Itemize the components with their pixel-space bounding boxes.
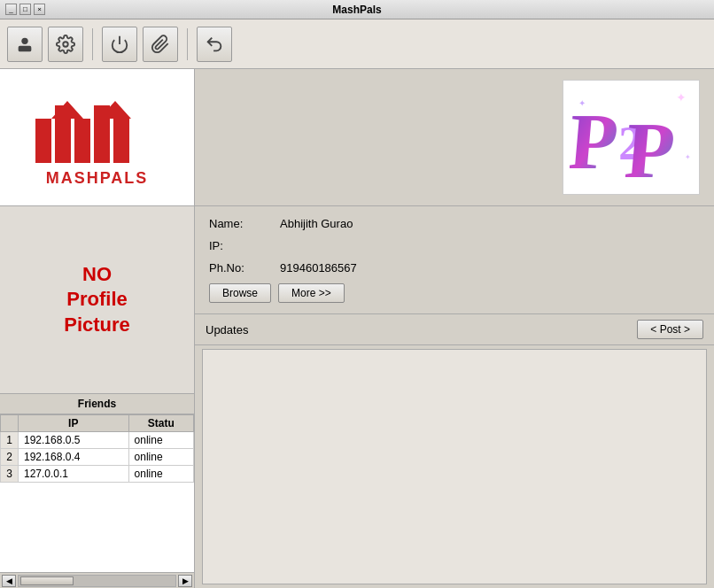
row-ip: 127.0.0.1 xyxy=(19,466,129,483)
profile-button[interactable] xyxy=(7,27,43,62)
p2p-logo: P 2 P ✦ ✦ ✦ xyxy=(563,80,700,195)
maximize-button[interactable]: □ xyxy=(19,4,31,15)
settings-button[interactable] xyxy=(48,27,83,62)
name-label: Name: xyxy=(209,217,280,230)
svg-text:✦: ✦ xyxy=(685,153,691,161)
updates-section: Updates < Post > xyxy=(195,314,714,588)
toolbar-separator-2 xyxy=(187,28,188,60)
ip-label: IP: xyxy=(209,239,280,252)
export-icon xyxy=(205,35,224,54)
row-ip: 192.168.0.4 xyxy=(19,449,129,466)
table-row[interactable]: 3127.0.0.1online xyxy=(1,466,194,483)
browse-button[interactable]: Browse xyxy=(209,283,271,303)
svg-point-0 xyxy=(21,37,27,43)
no-profile-text: NOProfilePicture xyxy=(64,262,130,338)
minimize-button[interactable]: _ xyxy=(5,4,17,15)
svg-rect-4 xyxy=(35,119,51,163)
settings-icon xyxy=(56,35,75,54)
toolbar xyxy=(0,19,714,69)
left-panel: MASHPALS NOProfilePicture Friends IP Sta… xyxy=(0,69,195,588)
phone-value: 919460186567 xyxy=(280,261,357,275)
logo-text: MASHPALS xyxy=(46,169,149,188)
window-controls[interactable]: _ □ × xyxy=(5,4,45,15)
updates-label: Updates xyxy=(206,323,248,337)
toolbar-separator xyxy=(92,28,93,60)
logo-area: MASHPALS xyxy=(0,69,194,206)
more-button[interactable]: More >> xyxy=(278,283,345,303)
svg-rect-1 xyxy=(19,45,32,50)
horizontal-scrollbar[interactable]: ◀ ▶ xyxy=(0,572,194,588)
close-button[interactable]: × xyxy=(34,4,45,15)
main-content: MASHPALS NOProfilePicture Friends IP Sta… xyxy=(0,69,714,588)
phone-label: Ph.No: xyxy=(209,261,280,275)
scroll-right-button[interactable]: ▶ xyxy=(178,575,192,587)
svg-text:✦: ✦ xyxy=(676,90,687,104)
friends-table-container: IP Statu 1192.168.0.5online2192.168.0.4o… xyxy=(0,414,194,572)
name-row: Name: Abhijith Gurao xyxy=(209,217,700,230)
svg-text:✦: ✦ xyxy=(578,98,586,108)
p2p-logo-svg: P 2 P ✦ ✦ ✦ xyxy=(570,84,694,190)
svg-rect-8 xyxy=(113,119,129,163)
row-ip: 192.168.0.5 xyxy=(19,432,129,449)
action-buttons: Browse More >> xyxy=(209,283,700,303)
row-status: online xyxy=(128,449,193,466)
phone-row: Ph.No: 919460186567 xyxy=(209,261,700,275)
row-number: 2 xyxy=(1,449,19,466)
table-row[interactable]: 2192.168.0.4online xyxy=(1,449,194,466)
mashpals-logo-icon xyxy=(27,88,168,176)
svg-text:P: P xyxy=(622,106,679,190)
updates-header: Updates < Post > xyxy=(195,314,714,345)
attachment-icon xyxy=(151,35,170,54)
right-panel: P 2 P ✦ ✦ ✦ Name: Abhijith Gurao IP: xyxy=(195,69,714,588)
user-info: Name: Abhijith Gurao IP: Ph.No: 91946018… xyxy=(195,206,714,314)
svg-text:P: P xyxy=(570,97,622,186)
profile-area: NOProfilePicture xyxy=(0,206,194,393)
power-button[interactable] xyxy=(102,27,137,62)
row-status: online xyxy=(128,466,193,483)
svg-marker-9 xyxy=(35,101,131,119)
power-icon xyxy=(110,35,129,54)
p2p-area: P 2 P ✦ ✦ ✦ xyxy=(195,69,714,206)
scroll-left-button[interactable]: ◀ xyxy=(2,575,16,587)
ip-row: IP: xyxy=(209,239,700,252)
scroll-thumb[interactable] xyxy=(20,576,74,585)
window-title: MashPals xyxy=(332,4,381,16)
row-number: 1 xyxy=(1,432,19,449)
name-value: Abhijith Gurao xyxy=(280,217,353,230)
col-ip: IP xyxy=(19,415,129,432)
updates-content xyxy=(202,349,707,584)
post-button[interactable]: < Post > xyxy=(637,320,703,339)
friends-header: Friends xyxy=(0,394,194,414)
friends-section: Friends IP Statu 1192.168.0.5online2192.… xyxy=(0,393,194,588)
friends-table: IP Statu 1192.168.0.5online2192.168.0.4o… xyxy=(0,414,194,483)
scroll-track[interactable] xyxy=(18,575,176,587)
col-status: Statu xyxy=(128,415,193,432)
svg-rect-6 xyxy=(74,119,90,163)
export-button[interactable] xyxy=(197,27,232,62)
row-status: online xyxy=(128,432,193,449)
profile-icon xyxy=(15,35,35,54)
row-number: 3 xyxy=(1,466,19,483)
svg-point-2 xyxy=(63,42,68,47)
col-num xyxy=(1,415,19,432)
logo-container: MASHPALS xyxy=(27,88,168,188)
table-row[interactable]: 1192.168.0.5online xyxy=(1,432,194,449)
titlebar: _ □ × MashPals xyxy=(0,0,714,19)
attachment-button[interactable] xyxy=(143,27,178,62)
